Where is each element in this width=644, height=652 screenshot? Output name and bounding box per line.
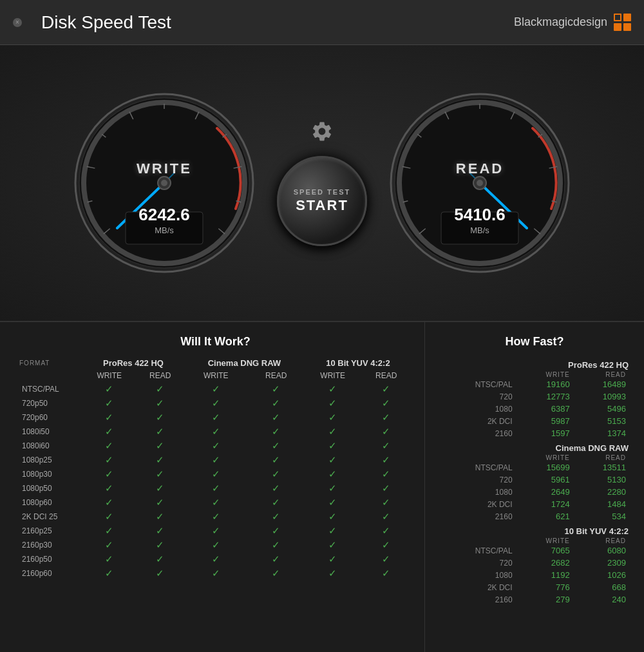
work-check: ✓ (305, 425, 361, 439)
work-check: ✓ (136, 481, 184, 495)
work-check: ✓ (248, 410, 305, 425)
work-check: ✓ (248, 439, 305, 453)
svg-point-6 (161, 180, 167, 186)
write-gauge-value: 6242.6 MB/s (71, 205, 258, 235)
close-button[interactable]: × (13, 18, 22, 27)
work-check: ✓ (82, 552, 136, 566)
work-check: ✓ (248, 467, 305, 481)
fast-col-head: READ (575, 537, 631, 544)
work-check: ✓ (136, 425, 184, 439)
fast-write-value: 5987 (518, 415, 575, 427)
work-check: ✓ (136, 538, 184, 552)
work-table-body: NTSC/PAL✓✓✓✓✓✓720p50✓✓✓✓✓✓720p60✓✓✓✓✓✓10… (19, 382, 412, 580)
fast-read-value: 5153 (575, 415, 631, 427)
fast-data-row: 108026492280 (438, 486, 631, 498)
will-it-work-table: FORMAT ProRes 422 HQ Cinema DNG RAW 10 B… (19, 356, 412, 580)
cinema-dng-header: Cinema DNG RAW (184, 356, 305, 369)
work-check: ✓ (248, 481, 305, 495)
fast-read-value: 6080 (575, 544, 631, 557)
work-check: ✓ (184, 425, 248, 439)
work-table-row: 720p50✓✓✓✓✓✓ (19, 396, 412, 410)
format-col-subheader (19, 369, 82, 382)
fast-read-value: 13511 (575, 461, 631, 474)
fast-read-value: 240 (575, 593, 631, 606)
fast-col-headers: WRITEREAD (438, 454, 631, 461)
brand-sq-2 (623, 14, 631, 21)
fast-section-header-row: Cinema DNG RAW (438, 439, 631, 454)
yuv-read-header: READ (361, 369, 412, 382)
prores-header: ProRes 422 HQ (82, 356, 184, 369)
svg-point-25 (477, 180, 483, 186)
work-check: ✓ (305, 566, 361, 580)
work-check: ✓ (248, 453, 305, 467)
fast-col-head: WRITE (518, 454, 575, 461)
fast-section-name: Cinema DNG RAW (438, 439, 631, 454)
fast-data-row: 2K DCI17241484 (438, 498, 631, 510)
fast-read-value: 1374 (575, 427, 631, 439)
work-check: ✓ (184, 495, 248, 510)
settings-gear-icon[interactable] (310, 120, 334, 143)
work-row-label: 720p60 (19, 410, 82, 425)
work-row-label: 720p50 (19, 396, 82, 410)
work-check: ✓ (361, 439, 412, 453)
fast-data-row: 2160621534 (438, 510, 631, 523)
work-check: ✓ (305, 495, 361, 510)
fast-read-value: 5130 (575, 474, 631, 486)
brand-squares-icon (614, 14, 631, 31)
fast-write-value: 19160 (518, 378, 575, 390)
fast-col-head: READ (575, 371, 631, 378)
data-section: Will It Work? FORMAT ProRes 422 HQ Cinem… (0, 322, 644, 652)
fast-section-name: 10 Bit YUV 4:2:2 (438, 523, 631, 537)
fast-section-header-row: ProRes 422 HQ (438, 356, 631, 371)
work-check: ✓ (184, 566, 248, 580)
read-gauge-label: READ (386, 160, 573, 177)
work-check: ✓ (82, 382, 136, 396)
work-check: ✓ (248, 495, 305, 510)
work-check: ✓ (361, 552, 412, 566)
work-check: ✓ (184, 410, 248, 425)
work-check: ✓ (361, 510, 412, 524)
app-title: Disk Speed Test (41, 12, 171, 33)
work-row-label: 1080p60 (19, 495, 82, 510)
work-table-row: 1080i50✓✓✓✓✓✓ (19, 425, 412, 439)
fast-col-headers: WRITEREAD (438, 537, 631, 544)
fast-data-row: 2K DCI59875153 (438, 415, 631, 427)
work-check: ✓ (248, 566, 305, 580)
fast-read-value: 16489 (575, 378, 631, 390)
work-check: ✓ (248, 510, 305, 524)
work-table-row: 1080p50✓✓✓✓✓✓ (19, 481, 412, 495)
prores-write-header: WRITE (82, 369, 136, 382)
work-check: ✓ (82, 396, 136, 410)
read-gauge-value: 5410.6 MB/s (386, 205, 573, 235)
speed-test-label: SPEED TEST (294, 188, 350, 196)
title-bar: × Disk Speed Test Blackmagicdesign (0, 0, 644, 45)
work-table-row: 1080p30✓✓✓✓✓✓ (19, 467, 412, 481)
write-gauge: WRITE 6242.6 MB/s (71, 90, 258, 276)
cinema-write-header: WRITE (184, 369, 248, 382)
brand-logo: Blackmagicdesign (514, 14, 631, 31)
work-check: ✓ (136, 453, 184, 467)
fast-read-value: 2309 (575, 557, 631, 569)
write-gauge-label: WRITE (71, 160, 258, 177)
work-check: ✓ (136, 495, 184, 510)
how-fast-table: ProRes 422 HQWRITEREADNTSC/PAL1916016489… (438, 356, 631, 606)
fast-row-label: 2K DCI (438, 498, 518, 510)
start-button[interactable]: SPEED TEST START (277, 156, 367, 246)
fast-data-row: 2K DCI776668 (438, 581, 631, 593)
fast-read-value: 2280 (575, 486, 631, 498)
fast-write-value: 5961 (518, 474, 575, 486)
read-gauge-svg (386, 90, 573, 276)
format-col-header: FORMAT (19, 356, 82, 369)
brand-sq-4 (623, 23, 631, 31)
fast-data-row: NTSC/PAL1916016489 (438, 378, 631, 390)
work-check: ✓ (82, 566, 136, 580)
work-check: ✓ (361, 453, 412, 467)
work-table-row: 1080p60✓✓✓✓✓✓ (19, 495, 412, 510)
work-check: ✓ (361, 481, 412, 495)
fast-section-header-row: 10 Bit YUV 4:2:2 (438, 523, 631, 537)
read-gauge: READ 5410.6 MB/s (386, 90, 573, 276)
work-check: ✓ (361, 396, 412, 410)
work-check: ✓ (305, 538, 361, 552)
work-check: ✓ (82, 510, 136, 524)
work-check: ✓ (82, 495, 136, 510)
